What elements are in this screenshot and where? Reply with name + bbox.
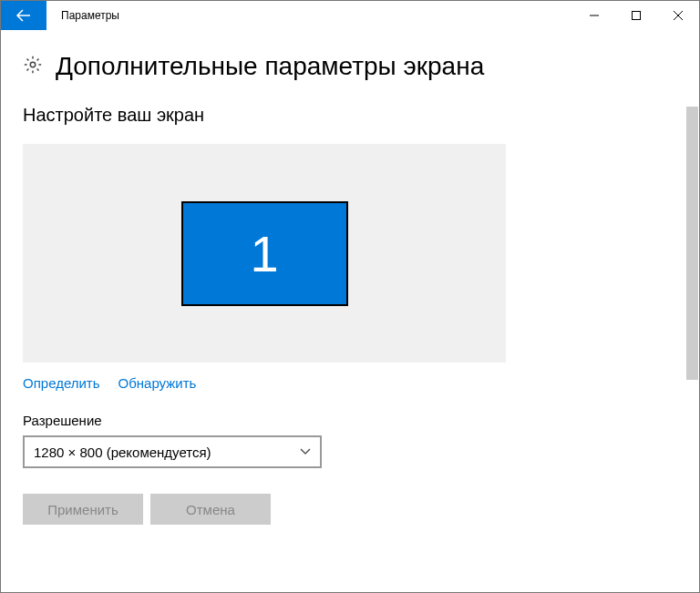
minimize-button[interactable] <box>573 1 615 30</box>
detect-link[interactable]: Обнаружить <box>118 375 197 391</box>
monitor-tile[interactable]: 1 <box>181 201 348 306</box>
resolution-select[interactable]: 1280 × 800 (рекомендуется) <box>23 435 322 468</box>
titlebar: Параметры <box>1 1 699 30</box>
display-preview: 1 <box>23 144 506 363</box>
identify-link[interactable]: Определить <box>23 375 100 391</box>
svg-point-1 <box>30 62 36 67</box>
resolution-value: 1280 × 800 (рекомендуется) <box>34 445 211 460</box>
back-button[interactable] <box>1 1 46 30</box>
window-title: Параметры <box>46 1 573 30</box>
close-button[interactable] <box>657 1 699 30</box>
apply-button[interactable]: Применить <box>23 494 143 525</box>
close-icon <box>674 11 683 20</box>
cancel-button[interactable]: Отмена <box>150 494 271 525</box>
gear-icon <box>23 55 43 78</box>
maximize-button[interactable] <box>615 1 657 30</box>
link-row: Определить Обнаружить <box>23 375 677 391</box>
page-title: Дополнительные параметры экрана <box>56 52 484 81</box>
content: Дополнительные параметры экрана Настройт… <box>1 30 699 525</box>
resolution-label: Разрешение <box>23 413 677 428</box>
maximize-icon <box>632 11 641 20</box>
window-controls <box>573 1 699 30</box>
chevron-down-icon <box>300 448 311 455</box>
button-row: Применить Отмена <box>23 494 677 525</box>
section-title: Настройте ваш экран <box>23 105 677 126</box>
back-arrow-icon <box>15 7 32 24</box>
page-header: Дополнительные параметры экрана <box>23 52 677 81</box>
scrollbar-thumb[interactable] <box>686 107 698 380</box>
minimize-icon <box>590 11 599 20</box>
svg-rect-0 <box>633 12 641 20</box>
